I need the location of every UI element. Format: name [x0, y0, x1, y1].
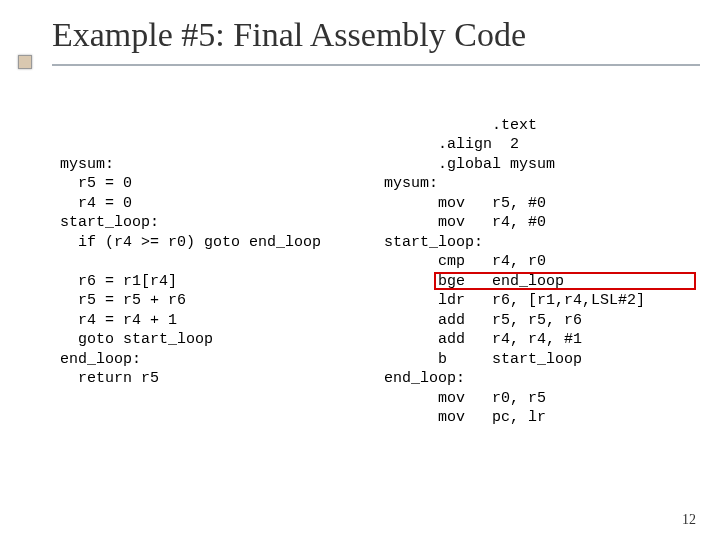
slide-title: Example #5: Final Assembly Code: [52, 16, 720, 54]
assembly-column: .text .align 2 .global mysum mysum: mov …: [384, 96, 704, 467]
page-number: 12: [682, 512, 696, 528]
pseudocode-column: mysum: r5 = 0 r4 = 0 start_loop: if (r4 …: [60, 96, 360, 467]
slide-title-bar: Example #5: Final Assembly Code: [0, 0, 720, 66]
slide-content: mysum: r5 = 0 r4 = 0 start_loop: if (r4 …: [0, 66, 720, 467]
code-columns: mysum: r5 = 0 r4 = 0 start_loop: if (r4 …: [60, 96, 690, 467]
assembly-code-text: .text .align 2 .global mysum mysum: mov …: [384, 117, 645, 427]
